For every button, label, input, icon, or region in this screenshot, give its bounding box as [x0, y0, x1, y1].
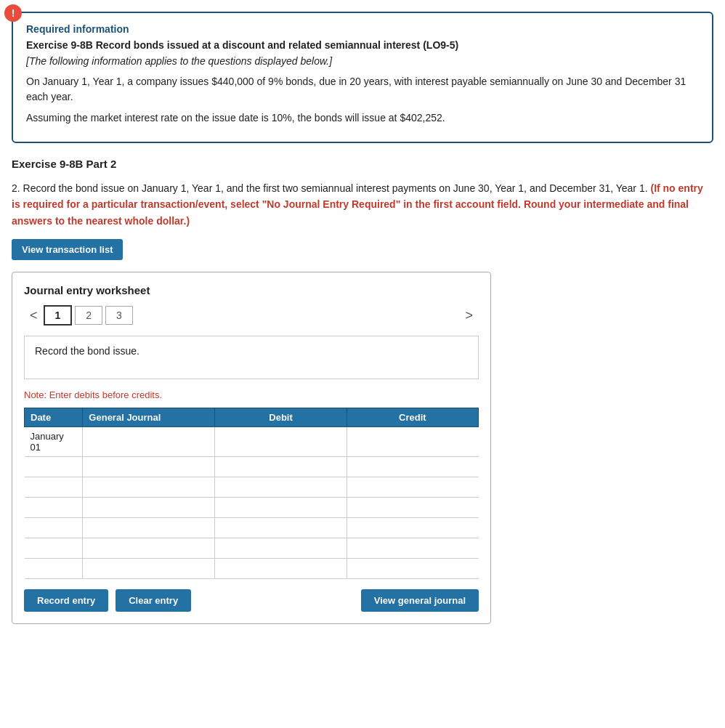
cell-credit-1[interactable] [347, 427, 478, 457]
view-general-journal-button[interactable]: View general journal [361, 589, 479, 612]
clear-entry-button[interactable]: Clear entry [116, 589, 191, 612]
cell-debit-1[interactable] [215, 427, 347, 457]
input-journal-4[interactable] [89, 502, 208, 513]
input-credit-6[interactable] [353, 543, 473, 554]
description-box: Record the bond issue. [24, 336, 479, 379]
table-row [25, 498, 479, 518]
info-italic-note: [The following information applies to th… [26, 55, 699, 67]
input-credit-2[interactable] [353, 461, 473, 472]
input-credit-5[interactable] [353, 522, 473, 533]
table-row [25, 538, 479, 559]
cell-debit-4[interactable] [215, 498, 347, 518]
instruction-text: 2. Record the bond issue on January 1, Y… [12, 180, 713, 229]
input-credit-7[interactable] [353, 563, 473, 574]
required-information-title: Required information [26, 23, 699, 35]
cell-credit-2[interactable] [347, 457, 478, 477]
cell-date-5 [25, 518, 83, 538]
col-general-journal: General Journal [83, 408, 215, 427]
input-journal-2[interactable] [89, 461, 208, 472]
info-box: ! Required information Exercise 9-8B Rec… [12, 12, 713, 143]
table-row [25, 559, 479, 579]
section-title: Exercise 9-8B Part 2 [12, 158, 713, 170]
input-debit-4[interactable] [221, 502, 341, 513]
input-journal-5[interactable] [89, 522, 208, 533]
cell-credit-3[interactable] [347, 477, 478, 498]
cell-debit-6[interactable] [215, 538, 347, 559]
col-date: Date [25, 408, 83, 427]
cell-credit-4[interactable] [347, 498, 478, 518]
cell-date-4 [25, 498, 83, 518]
input-credit-4[interactable] [353, 502, 473, 513]
input-credit-3[interactable] [353, 482, 473, 493]
record-entry-button[interactable]: Record entry [24, 589, 108, 612]
view-transaction-list-button[interactable]: View transaction list [12, 239, 123, 260]
cell-debit-3[interactable] [215, 477, 347, 498]
cell-journal-5[interactable] [83, 518, 215, 538]
exclamation-icon: ! [4, 4, 22, 22]
input-debit-7[interactable] [221, 563, 341, 574]
cell-credit-7[interactable] [347, 559, 478, 579]
note-text: Note: Enter debits before credits. [24, 389, 479, 400]
input-journal-3[interactable] [89, 482, 208, 493]
cell-journal-1[interactable] [83, 427, 215, 457]
instruction-start: 2. Record the bond issue on January 1, Y… [12, 182, 648, 194]
cell-date-1: January 01 [25, 427, 83, 457]
cell-credit-6[interactable] [347, 538, 478, 559]
cell-debit-2[interactable] [215, 457, 347, 477]
tab-next-arrow[interactable]: > [459, 307, 479, 325]
cell-debit-5[interactable] [215, 518, 347, 538]
cell-date-3 [25, 477, 83, 498]
cell-date-7 [25, 559, 83, 579]
tab-3[interactable]: 3 [105, 306, 133, 325]
input-journal-1[interactable] [89, 437, 208, 448]
cell-credit-5[interactable] [347, 518, 478, 538]
tab-navigation: < 1 2 3 > [24, 305, 479, 325]
journal-table: Date General Journal Debit Credit Januar… [24, 408, 479, 579]
cell-journal-6[interactable] [83, 538, 215, 559]
input-debit-2[interactable] [221, 461, 341, 472]
input-journal-6[interactable] [89, 543, 208, 554]
col-credit: Credit [347, 408, 478, 427]
tab-2[interactable]: 2 [75, 306, 102, 325]
cell-journal-3[interactable] [83, 477, 215, 498]
cell-journal-4[interactable] [83, 498, 215, 518]
input-credit-1[interactable] [353, 437, 473, 448]
table-row [25, 477, 479, 498]
cell-journal-2[interactable] [83, 457, 215, 477]
bottom-buttons: Record entry Clear entry View general jo… [24, 589, 479, 612]
info-paragraph-1: On January 1, Year 1, a company issues $… [26, 74, 699, 105]
input-debit-1[interactable] [221, 437, 341, 448]
journal-entry-worksheet: Journal entry worksheet < 1 2 3 > Record… [12, 272, 491, 624]
cell-journal-7[interactable] [83, 559, 215, 579]
description-text: Record the bond issue. [35, 345, 139, 357]
input-journal-7[interactable] [89, 563, 208, 574]
input-debit-3[interactable] [221, 482, 341, 493]
info-paragraph-2: Assuming the market interest rate on the… [26, 110, 699, 126]
input-debit-6[interactable] [221, 543, 341, 554]
cell-debit-7[interactable] [215, 559, 347, 579]
col-debit: Debit [215, 408, 347, 427]
table-row: January 01 [25, 427, 479, 457]
exercise-title: Exercise 9-8B Record bonds issued at a d… [26, 39, 699, 51]
cell-date-6 [25, 538, 83, 559]
table-row [25, 518, 479, 538]
worksheet-title: Journal entry worksheet [24, 284, 479, 296]
input-debit-5[interactable] [221, 522, 341, 533]
tab-1[interactable]: 1 [44, 305, 73, 325]
table-row [25, 457, 479, 477]
cell-date-2 [25, 457, 83, 477]
tab-prev-arrow[interactable]: < [24, 307, 44, 325]
